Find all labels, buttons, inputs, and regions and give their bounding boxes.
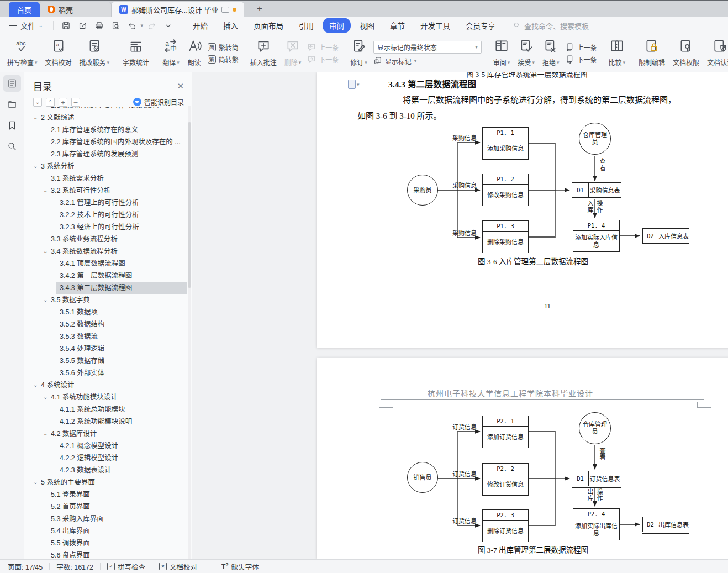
screen-share-icon[interactable]	[221, 7, 229, 13]
print-button[interactable]	[93, 19, 105, 31]
undo-button[interactable]	[126, 19, 139, 31]
status-missing-font[interactable]: T? 缺失字体	[221, 561, 259, 572]
toc-item[interactable]: 3.5.6 外部实体	[24, 367, 187, 379]
toc-item[interactable]: 4.2.2 逻辑模型设计	[24, 452, 187, 464]
menu-membership[interactable]: 会员专享	[459, 18, 502, 33]
toc-item[interactable]: ⌄3 系统分析	[24, 160, 187, 172]
toc-item[interactable]: 3.1 系统需求分析	[24, 172, 187, 185]
accept-change-button[interactable]: 接受▾	[514, 36, 539, 70]
tab-home[interactable]: 首页	[9, 2, 40, 17]
toc-item[interactable]: ⌄4.1 系统功能模块设计	[24, 391, 187, 403]
simp-to-trad-button[interactable]: 繁 简转繁	[208, 55, 239, 64]
delete-comment-button[interactable]: 删除▾	[281, 36, 305, 70]
toc-item[interactable]: 3.2.1 管理上的可行性分析	[24, 197, 187, 209]
menu-review[interactable]: 审阅	[323, 18, 351, 33]
correction-service-button[interactable]: 批改服务▾	[76, 36, 114, 70]
menu-section[interactable]: 章节	[383, 18, 412, 33]
toc-item[interactable]: 3.4.1 顶层数据流程图	[24, 257, 187, 270]
expand-all-button[interactable]: ⌄	[33, 98, 42, 107]
toc-scrollbar-thumb[interactable]	[188, 122, 191, 288]
review-pane-button[interactable]: 审阅▾	[489, 36, 514, 70]
redo-button[interactable]	[145, 19, 157, 31]
restrict-editing-button[interactable]: 限制编辑	[635, 36, 669, 70]
toc-item[interactable]: 1.3 课题研究的主要内容与组织结构	[24, 107, 187, 112]
toc-item[interactable]: ⌄4 系统设计	[24, 379, 187, 391]
status-spell-check-toggle[interactable]: ✓ 拼写检查	[107, 561, 145, 572]
status-proofread-toggle[interactable]: ✕ 文档校对	[159, 561, 197, 572]
menu-insert[interactable]: 插入	[217, 18, 245, 33]
rail-bookmark-button[interactable]	[3, 117, 21, 134]
markup-state-dropdown[interactable]: 显示标记的最终状态▾	[373, 41, 482, 54]
rail-notes-button[interactable]	[3, 96, 21, 113]
chevron-down-icon[interactable]: ⌄	[43, 185, 48, 197]
trad-to-simp-button[interactable]: 简 繁转简	[208, 43, 239, 52]
file-menu-button[interactable]: 文件 ⌄	[0, 20, 49, 31]
command-search[interactable]: 查找命令、搜索模板	[513, 20, 589, 31]
toc-item[interactable]: 5.2 首页界面	[24, 501, 187, 513]
toc-item[interactable]: 3.4.2 第一层数据流程图	[24, 270, 187, 282]
export-button[interactable]	[77, 19, 89, 31]
compare-button[interactable]: 比较▾	[604, 36, 629, 70]
word-count-button[interactable]: 字数统计	[119, 36, 153, 70]
menu-start[interactable]: 开始	[186, 18, 214, 33]
menu-dev-tools[interactable]: 开发工具	[414, 18, 457, 33]
toc-item[interactable]: ⌄4.2 数据库设计	[24, 428, 187, 440]
toc-item[interactable]: ⌄3.5 数据字典	[24, 294, 187, 306]
toc-item[interactable]: 3.2.2 技术上的可行性分析	[24, 209, 187, 221]
toc-item[interactable]: 2.3 库存管理系统的发展预测	[24, 148, 187, 160]
toc-item[interactable]: 5.1 登录界面	[24, 488, 187, 501]
read-aloud-button[interactable]: 朗读	[183, 36, 205, 70]
toc-item[interactable]: 5.5 调拨界面	[24, 537, 187, 549]
tab-docer[interactable]: 稻壳	[40, 2, 112, 17]
toc-item[interactable]: ⌄5 系统的主要界面	[24, 476, 187, 488]
menu-references[interactable]: 引用	[292, 18, 320, 33]
toc-item[interactable]: 5.3 采购入库界面	[24, 513, 187, 525]
document-page-2[interactable]: 杭州电子科技大学信息工程学院本科毕业设计	[317, 358, 728, 559]
toc-item[interactable]: 4.2.1 概念模型设计	[24, 440, 187, 452]
smart-recognize-toc[interactable]: 智能识别目录	[133, 97, 184, 107]
close-icon[interactable]: ✕	[177, 81, 184, 91]
toc-item[interactable]: 2.1 库存管理系统存在的意义	[24, 124, 187, 136]
chevron-down-icon[interactable]: ⌄	[43, 391, 48, 403]
show-markup-button[interactable]: 显示标记▾	[373, 56, 482, 66]
save-button[interactable]	[60, 19, 72, 31]
menu-view[interactable]: 视图	[353, 18, 381, 33]
toc-item[interactable]: 3.3 系统业务流程分析	[24, 233, 187, 245]
toc-item[interactable]: 3.5.2 数据结构	[24, 318, 187, 330]
insert-comment-button[interactable]: 插入批注	[246, 36, 281, 70]
next-comment-button[interactable]: 下一条	[307, 55, 339, 64]
status-page-indicator[interactable]: 页面: 17/45	[8, 561, 43, 572]
rail-outline-button[interactable]	[3, 75, 21, 92]
toc-item[interactable]: 5.4 出库界面	[24, 525, 187, 537]
chevron-down-icon[interactable]: ⌄	[43, 428, 48, 440]
rail-search-button[interactable]	[3, 138, 21, 155]
toc-item[interactable]: 4.1.2 系统功能模块说明	[24, 416, 187, 428]
toc-item[interactable]: 3.5.3 数据流	[24, 330, 187, 343]
print-preview-button[interactable]	[110, 19, 122, 31]
toc-item[interactable]: 3.5.4 处理逻辑	[24, 343, 187, 355]
chevron-down-icon[interactable]: ⌄	[33, 160, 38, 172]
reject-change-button[interactable]: 拒绝▾	[539, 36, 563, 70]
spell-check-button[interactable]: abc 拼写检查▾	[3, 36, 41, 70]
tab-document[interactable]: W 郝姆斯公司库存...设计 毕业论文	[112, 2, 244, 17]
chevron-down-icon[interactable]: ⌄	[33, 476, 38, 488]
toc-item[interactable]: ⌄3.4 系统数据流程分析	[24, 245, 187, 257]
toc-item[interactable]: ⌄3.2 系统可行性分析	[24, 185, 187, 197]
toc-item[interactable]: 2.2 库存管理系统的国内外现状及存在的 ...	[24, 136, 187, 148]
doc-permission-button[interactable]: 文档权限	[669, 36, 703, 70]
toc-item[interactable]: 3.5.5 数据存储	[24, 355, 187, 367]
toolbar-more-button[interactable]	[162, 19, 174, 31]
new-tab-button[interactable]: +	[254, 3, 265, 14]
translate-button[interactable]: a中 翻译▾	[159, 36, 183, 70]
collapse-level-button[interactable]: －	[71, 98, 80, 107]
menu-page-layout[interactable]: 页面布局	[247, 18, 290, 33]
status-word-count[interactable]: 字数: 16172	[56, 561, 93, 572]
expand-level-button[interactable]: ＋	[59, 98, 67, 107]
undo-dropdown-icon[interactable]: ▾	[141, 23, 144, 28]
toc-item[interactable]: 3.5.1 数据项	[24, 306, 187, 318]
toc-item[interactable]: ⌄2 文献综述	[24, 112, 187, 124]
document-page-1[interactable]: 图 3-5 库存管理系统第一层数据流程图 ▾ 3.4.3 第二层数据流程图 将第…	[317, 72, 728, 348]
track-changes-button[interactable]: 修订▾	[346, 36, 371, 70]
toc-item[interactable]: 4.2.3 数据表设计	[24, 464, 187, 476]
toc-item[interactable]: 5.6 盘点界面	[24, 549, 187, 559]
